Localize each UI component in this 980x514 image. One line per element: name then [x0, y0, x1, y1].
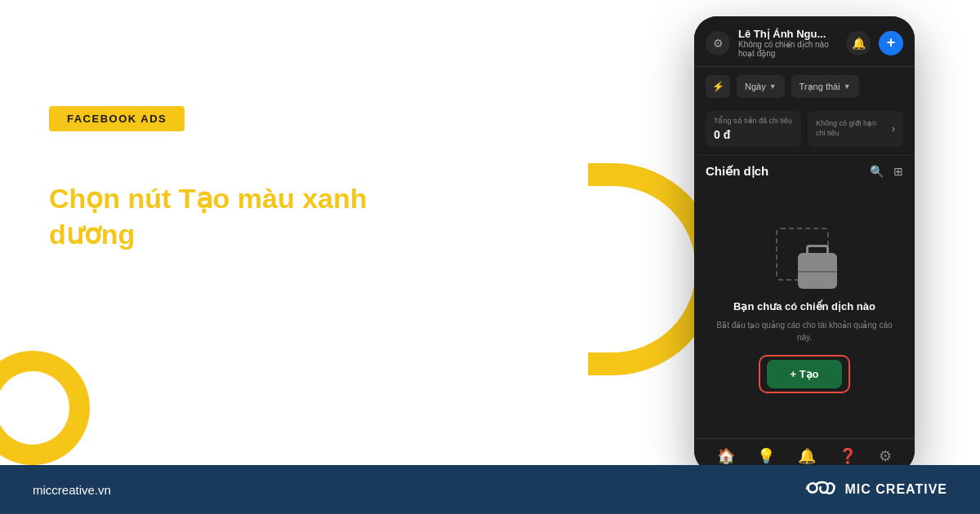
stats-row: Tổng số tiền đã chi tiêu 0 đ Không có gi…	[694, 104, 915, 156]
notification-button[interactable]: 🔔	[846, 31, 871, 55]
create-button-wrapper: + Tạo	[767, 360, 841, 388]
user-info: Lê Thị Ánh Ngu... Không có chiến dịch nà…	[738, 28, 838, 58]
empty-description: Bắt đầu tạo quảng cáo cho tài khoản quản…	[710, 319, 898, 343]
campaign-icons: 🔍 ⊞	[870, 165, 903, 178]
status-filter-arrow: ▼	[844, 82, 851, 91]
user-status: Không có chiến dịch nào hoạt động	[738, 40, 838, 58]
search-icon[interactable]: 🔍	[870, 165, 884, 178]
limit-label: Không có giới hạn chi tiêu	[816, 119, 881, 138]
footer-url: miccreative.vn	[33, 483, 111, 497]
campaign-header: Chiến dịch 🔍 ⊞	[694, 156, 915, 185]
phone-header-row: ⚙ Lê Thị Ánh Ngu... Không có chiến dịch …	[706, 28, 903, 58]
status-filter[interactable]: Trạng thái ▼	[791, 75, 859, 98]
grid-icon[interactable]: ⊞	[893, 165, 903, 178]
empty-state-icon	[772, 228, 837, 289]
phone-top-bar: ⚙ Lê Thị Ánh Ngu... Không có chiến dịch …	[694, 16, 915, 67]
filter-row: ⚡ Ngày ▼ Trạng thái ▼	[694, 67, 915, 104]
nav-home-icon[interactable]: 🏠	[717, 447, 735, 465]
spent-value: 0 đ	[714, 128, 793, 141]
empty-state: Bạn chưa có chiến dịch nào Bắt đầu tạo q…	[694, 185, 915, 438]
gear-button[interactable]: ⚙	[706, 31, 730, 55]
footer-brand: MIC CREATIVE	[803, 478, 947, 501]
add-button[interactable]: +	[879, 31, 903, 55]
date-filter-label: Ngày	[745, 82, 766, 91]
facebook-ads-badge: FACEBOOK ADS	[49, 106, 185, 131]
limit-arrow: ›	[892, 123, 895, 135]
campaign-title: Chiến dịch	[706, 164, 768, 179]
nav-bell-icon[interactable]: 🔔	[798, 447, 816, 465]
date-filter-arrow: ▼	[769, 82, 777, 91]
phone-mockup: ⚙ Lê Thị Ánh Ngu... Không có chiến dịch …	[694, 16, 915, 473]
nav-lightbulb-icon[interactable]: 💡	[757, 447, 775, 465]
briefcase-icon	[798, 253, 837, 289]
left-content-area: FACEBOOK ADS Chọn nút Tạo màu xanh dương	[49, 106, 392, 252]
status-filter-label: Trạng thái	[800, 82, 840, 92]
user-name: Lê Thị Ánh Ngu...	[738, 28, 838, 40]
create-button-highlight	[759, 355, 849, 393]
nav-help-icon[interactable]: ❓	[839, 447, 857, 465]
nav-settings-icon[interactable]: ⚙	[879, 447, 892, 465]
date-filter[interactable]: Ngày ▼	[737, 75, 785, 98]
footer-brand-name: MIC CREATIVE	[845, 482, 947, 497]
footer: miccreative.vn MIC CREATIVE	[0, 465, 980, 514]
spent-label: Tổng số tiền đã chi tiêu	[714, 117, 793, 125]
instruction-text: Chọn nút Tạo màu xanh dương	[49, 180, 392, 252]
filter-icon-button[interactable]: ⚡	[706, 75, 730, 98]
empty-title: Bạn chưa có chiến dịch nào	[733, 300, 875, 312]
briefcase-line	[798, 271, 837, 273]
mic-creative-logo	[803, 478, 837, 501]
spent-stat-box: Tổng số tiền đã chi tiêu 0 đ	[706, 111, 801, 147]
limit-stat-box: Không có giới hạn chi tiêu ›	[808, 111, 903, 147]
